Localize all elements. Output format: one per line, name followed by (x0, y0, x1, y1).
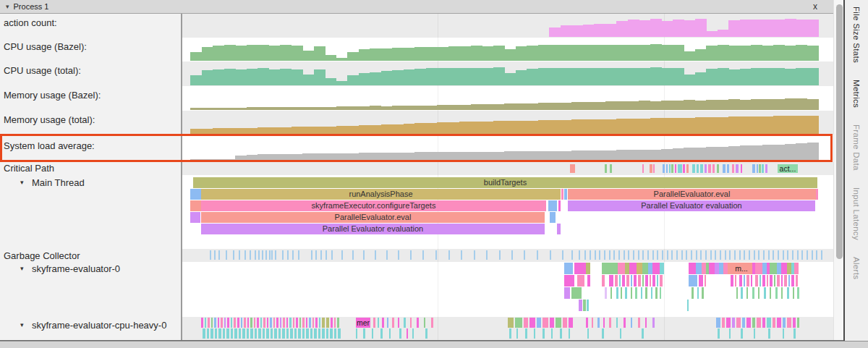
trace-event[interactable] (647, 250, 649, 260)
trace-event[interactable] (571, 250, 573, 260)
trace-event[interactable] (655, 287, 658, 299)
trace-event[interactable] (729, 250, 731, 260)
trace-event[interactable] (326, 318, 329, 328)
trace-event[interactable] (702, 287, 704, 299)
trace-event[interactable] (731, 275, 733, 287)
trace-event[interactable] (564, 263, 573, 274)
trace-event[interactable] (735, 275, 736, 287)
trace-event[interactable] (294, 328, 297, 339)
trace-event[interactable] (689, 263, 696, 274)
trace-event[interactable] (599, 250, 600, 260)
trace-event[interactable] (812, 250, 813, 260)
trace-event[interactable] (691, 250, 692, 260)
trace-event[interactable] (633, 250, 634, 260)
trace-event[interactable] (732, 164, 734, 173)
trace-event[interactable] (524, 318, 528, 328)
trace-event[interactable] (657, 275, 658, 287)
trace-event[interactable] (315, 250, 317, 260)
trace-event[interactable] (242, 328, 245, 339)
trace-event[interactable] (734, 250, 736, 260)
trace-event[interactable] (744, 250, 745, 260)
trace-event[interactable] (499, 250, 501, 260)
trace-event[interactable] (515, 318, 522, 328)
trace-event[interactable] (241, 318, 242, 328)
trace-event[interactable] (650, 164, 652, 173)
trace-event[interactable] (746, 275, 749, 287)
close-icon[interactable]: x (813, 1, 817, 13)
trace-event[interactable] (319, 318, 320, 328)
trace-event[interactable] (258, 328, 261, 339)
trace-event[interactable] (262, 250, 263, 260)
trace-event-badge[interactable]: Parallel Evaluator evaluation (568, 200, 815, 211)
trace-event[interactable] (783, 250, 784, 260)
trace-event[interactable] (613, 250, 615, 260)
trace-event[interactable] (595, 250, 596, 260)
trace-event[interactable] (239, 250, 240, 260)
trace-event[interactable] (509, 328, 511, 339)
trace-event[interactable] (407, 328, 408, 339)
trace-event[interactable] (516, 328, 518, 339)
trace-event[interactable] (604, 250, 605, 260)
trace-event[interactable] (605, 287, 607, 299)
trace-event[interactable] (273, 318, 275, 328)
trace-event[interactable] (752, 287, 754, 299)
trace-event[interactable] (765, 164, 767, 173)
action-count-chart[interactable] (182, 14, 833, 38)
trace-event[interactable] (233, 250, 234, 260)
trace-event[interactable] (331, 250, 333, 260)
trace-event[interactable] (770, 287, 771, 299)
trace-event[interactable] (392, 318, 394, 328)
trace-event[interactable] (788, 275, 790, 287)
collapse-thread-icon[interactable]: ▾ (20, 265, 24, 272)
trace-event[interactable] (564, 189, 567, 200)
trace-event[interactable] (534, 328, 535, 339)
trace-event[interactable] (548, 200, 557, 211)
trace-event[interactable] (218, 328, 221, 339)
trace-event-badge[interactable]: ParallelEvaluator.eval (568, 189, 816, 200)
trace-event[interactable] (375, 250, 376, 260)
trace-event[interactable] (631, 287, 632, 299)
trace-event[interactable] (732, 318, 735, 328)
skyframe-evaluator-0-track[interactable]: m... (182, 262, 833, 317)
trace-event[interactable] (190, 200, 201, 211)
trace-event[interactable] (620, 328, 621, 339)
trace-event[interactable] (263, 328, 265, 339)
trace-event[interactable] (373, 318, 375, 328)
trace-event[interactable] (666, 164, 668, 173)
trace-event[interactable] (558, 200, 561, 211)
trace-event-badge[interactable]: mer (356, 318, 370, 328)
trace-event[interactable] (801, 250, 803, 260)
trace-event[interactable] (227, 318, 229, 328)
trace-event[interactable] (404, 318, 406, 328)
trace-event[interactable] (584, 250, 586, 260)
trace-event[interactable] (671, 164, 673, 173)
trace-event[interactable] (542, 328, 545, 339)
trace-event[interactable] (286, 328, 289, 339)
trace-event[interactable] (686, 250, 687, 260)
trace-event[interactable] (696, 263, 702, 274)
trace-event[interactable] (380, 328, 383, 339)
trace-event[interactable] (276, 318, 278, 328)
trace-event[interactable] (624, 318, 626, 328)
trace-event[interactable] (551, 328, 553, 339)
tab-file-size-stats[interactable]: File Size Stats (852, 7, 861, 63)
trace-event[interactable] (296, 318, 298, 328)
trace-event[interactable] (190, 212, 200, 223)
trace-event[interactable] (203, 328, 205, 339)
trace-event[interactable] (435, 250, 437, 260)
trace-event[interactable] (326, 250, 327, 260)
trace-event[interactable] (699, 275, 703, 287)
trace-event[interactable] (689, 275, 697, 287)
trace-event[interactable] (524, 250, 525, 260)
trace-event[interactable] (201, 318, 203, 328)
trace-event[interactable] (787, 318, 791, 328)
trace-event[interactable] (793, 287, 794, 299)
trace-event[interactable] (597, 318, 600, 328)
trace-event[interactable] (629, 263, 637, 274)
trace-event[interactable] (708, 164, 711, 173)
trace-event[interactable] (681, 250, 683, 260)
trace-event[interactable] (736, 287, 738, 299)
trace-event[interactable] (586, 318, 588, 328)
trace-event[interactable] (692, 287, 694, 299)
trace-event[interactable] (797, 287, 799, 299)
